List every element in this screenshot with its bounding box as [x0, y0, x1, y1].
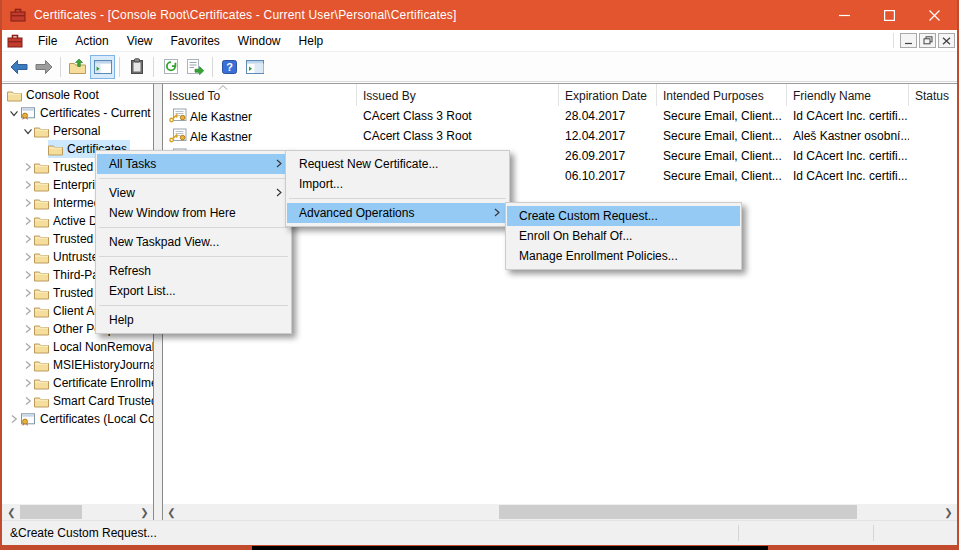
- toolbar-separator: [119, 57, 120, 77]
- column-header-label: Friendly Name: [793, 89, 871, 103]
- folder-icon: [34, 161, 49, 174]
- chevron-right-icon[interactable]: [22, 306, 34, 316]
- chevron-right-icon[interactable]: [22, 360, 34, 370]
- chevron-right-icon[interactable]: [22, 288, 34, 298]
- menu-item-help[interactable]: Help: [97, 310, 290, 330]
- certificate-row[interactable]: Ale KastnerCAcert Class 3 Root12.04.2017…: [163, 126, 957, 146]
- menu-item-enroll-on-behalf-of[interactable]: Enroll On Behalf Of...: [507, 226, 740, 246]
- menu-item-advanced-operations[interactable]: Advanced Operations: [287, 203, 508, 223]
- menu-window[interactable]: Window: [229, 31, 290, 51]
- certificate-row[interactable]: Ale KastnerCAcert Class 3 Root28.04.2017…: [163, 106, 957, 126]
- menu-item-all-tasks[interactable]: All Tasks: [97, 154, 290, 174]
- chevron-down-icon[interactable]: [8, 109, 20, 118]
- mdi-minimize-button[interactable]: [900, 33, 917, 48]
- mdi-close-button[interactable]: [938, 33, 955, 48]
- chevron-right-icon[interactable]: [22, 162, 34, 172]
- column-header-issued-to[interactable]: Issued To: [163, 84, 357, 106]
- refresh-button[interactable]: [158, 55, 183, 79]
- cell-text: Aleš Kastner osobní...: [793, 129, 909, 143]
- column-header-intended-purposes[interactable]: Intended Purposes: [657, 84, 787, 106]
- chevron-right-icon[interactable]: [22, 324, 34, 334]
- chevron-right-icon[interactable]: [22, 180, 34, 190]
- menu-favorites[interactable]: Favorites: [162, 31, 229, 51]
- scroll-left-icon[interactable]: ❮: [164, 504, 179, 520]
- cell-issued_to: Ale Kastner: [163, 108, 357, 124]
- close-button[interactable]: [912, 0, 957, 30]
- export-list-button[interactable]: [183, 55, 208, 79]
- menu-item-label: Advanced Operations: [299, 206, 414, 220]
- back-arrow-button[interactable]: [6, 55, 31, 79]
- back-arrow-icon: [9, 59, 29, 75]
- tree-item[interactable]: Personal: [2, 122, 153, 140]
- chevron-right-icon[interactable]: [22, 270, 34, 280]
- chevron-right-icon[interactable]: [22, 234, 34, 244]
- menu-item-label: Manage Enrollment Policies...: [519, 249, 678, 263]
- show-action-pane-button[interactable]: [242, 55, 267, 79]
- cell-issued_by: CAcert Class 3 Root: [357, 129, 559, 143]
- maximize-button[interactable]: [867, 0, 912, 30]
- cell-text: Id CAcert Inc. certifi...: [793, 149, 908, 163]
- cell-expiration: 26.09.2017: [559, 149, 657, 163]
- menu-item-refresh[interactable]: Refresh: [97, 261, 290, 281]
- chevron-right-icon[interactable]: [22, 396, 34, 406]
- column-header-issued-by[interactable]: Issued By: [357, 84, 559, 106]
- column-header-expiration-date[interactable]: Expiration Date: [559, 84, 657, 106]
- tree-item[interactable]: Certificates (Local Computer): [2, 410, 153, 428]
- column-header-label: Issued By: [363, 89, 416, 103]
- list-scroll-thumb[interactable]: [499, 505, 857, 519]
- tree-scroll-thumb[interactable]: [20, 505, 82, 519]
- menu-separator: [289, 198, 506, 199]
- menu-item-export-list[interactable]: Export List...: [97, 281, 290, 301]
- menu-item-manage-enrollment-policies[interactable]: Manage Enrollment Policies...: [507, 246, 740, 266]
- menu-help[interactable]: Help: [290, 31, 333, 51]
- tree-item[interactable]: Certificates - Current User: [2, 104, 153, 122]
- show-console-tree-button[interactable]: [90, 55, 115, 79]
- menu-item-new-taskpad-view[interactable]: New Taskpad View...: [97, 232, 290, 252]
- refresh-icon: [162, 58, 180, 75]
- cell-text: Id CAcert Inc. certifi...: [793, 109, 908, 123]
- clipboard-icon: [130, 58, 144, 75]
- chevron-right-icon[interactable]: [22, 378, 34, 388]
- tree-item-label: Smart Card Trusted Roots: [53, 394, 154, 408]
- close-icon: [930, 10, 940, 20]
- scroll-right-icon[interactable]: ❯: [137, 504, 152, 520]
- up-one-level-folder-button[interactable]: [65, 55, 90, 79]
- minimize-button[interactable]: [822, 0, 867, 30]
- menu-file[interactable]: File: [29, 31, 66, 51]
- help-button[interactable]: ?: [217, 55, 242, 79]
- list-horizontal-scrollbar[interactable]: ❮ ❯: [163, 504, 957, 520]
- tree-horizontal-scrollbar[interactable]: ❮ ❯: [2, 504, 153, 520]
- tree-item[interactable]: Smart Card Trusted Roots: [2, 392, 153, 410]
- scroll-left-icon[interactable]: ❮: [4, 504, 19, 520]
- menu-item-create-custom-request[interactable]: Create Custom Request...: [507, 206, 740, 226]
- bottom-black-bar: [252, 546, 768, 550]
- scroll-right-icon[interactable]: ❯: [941, 504, 956, 520]
- menu-item-request-new-certificate[interactable]: Request New Certificate...: [287, 154, 508, 174]
- chevron-right-icon[interactable]: [22, 198, 34, 208]
- tree-item[interactable]: MSIEHistoryJournal: [2, 356, 153, 374]
- clipboard-button[interactable]: [124, 55, 149, 79]
- chevron-right-icon[interactable]: [8, 414, 20, 424]
- submenu-arrow-icon: [494, 208, 500, 217]
- menu-view[interactable]: View: [118, 31, 162, 51]
- tree-item[interactable]: Console Root: [2, 86, 153, 104]
- column-header-status[interactable]: Status: [909, 84, 957, 106]
- chevron-down-icon[interactable]: [22, 127, 34, 136]
- mdi-restore-button[interactable]: [919, 33, 936, 48]
- cell-text: Ale Kastner: [190, 130, 252, 144]
- chevron-right-icon[interactable]: [22, 216, 34, 226]
- menu-action[interactable]: Action: [66, 31, 117, 51]
- tree-item[interactable]: Local NonRemovable Certificates: [2, 338, 153, 356]
- chevron-right-icon[interactable]: [22, 252, 34, 262]
- menu-item-view[interactable]: View: [97, 183, 290, 203]
- mdi-restore-icon: [924, 39, 930, 44]
- menu-item-new-window-from-here[interactable]: New Window from Here: [97, 203, 290, 223]
- folder-icon: [34, 323, 49, 336]
- menu-item-import[interactable]: Import...: [287, 174, 508, 194]
- forward-arrow-button[interactable]: [31, 55, 56, 79]
- chevron-right-icon[interactable]: [22, 342, 34, 352]
- tree-item[interactable]: Certificate Enrollment Requests: [2, 374, 153, 392]
- column-header-friendly-name[interactable]: Friendly Name: [787, 84, 909, 106]
- menu-item-label: Enroll On Behalf Of...: [519, 229, 632, 243]
- window-controls: [822, 0, 957, 30]
